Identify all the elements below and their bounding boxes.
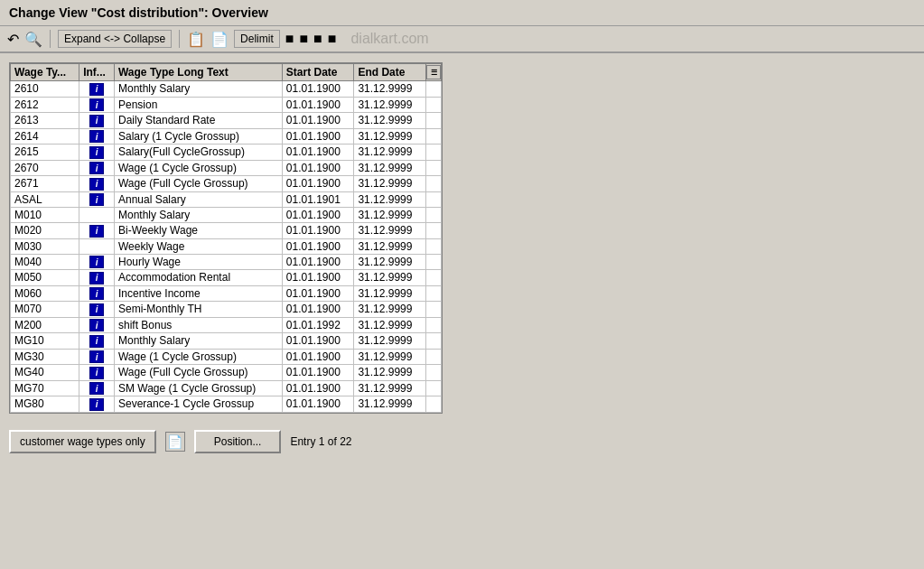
table-row[interactable]: 2612iPension01.01.190031.12.9999 xyxy=(11,97,442,113)
table-wrapper[interactable]: Wage Ty... Inf... Wage Type Long Text St… xyxy=(10,63,442,413)
cell-info[interactable]: i xyxy=(79,176,115,192)
cell-end-date: 31.12.9999 xyxy=(354,208,426,223)
cell-wage-type: M200 xyxy=(11,317,79,333)
info-icon[interactable]: i xyxy=(89,319,104,331)
cell-info[interactable]: i xyxy=(79,128,115,145)
table-row[interactable]: ASALiAnnual Salary01.01.190131.12.9999 xyxy=(11,191,442,208)
cell-info[interactable]: i xyxy=(79,97,115,113)
cell-info[interactable]: i xyxy=(79,81,115,98)
delimit-label: Delimit xyxy=(240,33,274,45)
info-icon[interactable]: i xyxy=(89,193,104,206)
copy-icon[interactable]: 📋 xyxy=(187,31,205,48)
info-icon[interactable]: i xyxy=(89,178,104,191)
position-label: Position... xyxy=(214,435,262,448)
select4-icon[interactable]: ■ xyxy=(328,31,337,47)
cell-end-date: 31.12.9999 xyxy=(354,238,426,254)
cell-end-date: 31.12.9999 xyxy=(354,81,426,98)
info-icon[interactable]: i xyxy=(89,115,104,127)
cell-info[interactable] xyxy=(79,208,115,223)
info-icon[interactable]: i xyxy=(89,130,104,143)
cell-start-date: 01.01.1900 xyxy=(282,81,354,98)
table-row[interactable]: M010Monthly Salary01.01.190031.12.9999 xyxy=(11,208,442,223)
table-row[interactable]: M060iIncentive Income01.01.190031.12.999… xyxy=(11,285,442,302)
info-icon[interactable]: i xyxy=(89,272,104,284)
cell-info[interactable]: i xyxy=(79,317,115,333)
info-icon[interactable]: i xyxy=(89,146,104,159)
table-row[interactable]: MG70iSM Wage (1 Cycle Grossup)01.01.1900… xyxy=(11,380,442,396)
cell-wage-type: 2614 xyxy=(11,128,79,145)
info-icon[interactable]: i xyxy=(89,225,104,238)
info-icon[interactable]: i xyxy=(89,398,104,411)
cell-info[interactable]: i xyxy=(79,333,115,350)
cell-empty xyxy=(426,128,442,145)
table-row[interactable]: M200ishift Bonus01.01.199231.12.9999 xyxy=(11,317,442,333)
paste-icon[interactable]: 📄 xyxy=(210,31,229,48)
table-row[interactable]: MG80iSeverance-1 Cycle Grossup01.01.1900… xyxy=(11,396,442,413)
cell-empty xyxy=(426,160,442,176)
select3-icon[interactable]: ■ xyxy=(313,31,322,47)
table-row[interactable]: 2614iSalary (1 Cycle Grossup)01.01.19003… xyxy=(11,128,442,145)
cell-info[interactable]: i xyxy=(79,160,115,176)
cell-end-date: 31.12.9999 xyxy=(354,128,426,145)
table-row[interactable]: MG10iMonthly Salary01.01.190031.12.9999 xyxy=(11,333,442,350)
undo-icon[interactable]: ↶ xyxy=(7,31,19,48)
table-row[interactable]: M030Weekly Wage01.01.190031.12.9999 xyxy=(11,238,442,254)
expand-collapse-button[interactable]: Expand <-> Collapse xyxy=(58,30,172,48)
cell-wage-type: MG10 xyxy=(11,333,79,350)
info-icon[interactable]: i xyxy=(89,382,104,395)
select1-icon[interactable]: ■ xyxy=(285,31,294,47)
table-row[interactable]: MG30iWage (1 Cycle Grossup)01.01.190031.… xyxy=(11,349,442,365)
cell-end-date: 31.12.9999 xyxy=(354,349,426,365)
cell-wage-type: M010 xyxy=(11,208,79,223)
delimit-button[interactable]: Delimit xyxy=(234,30,280,48)
cell-start-date: 01.01.1900 xyxy=(282,333,354,350)
table-row[interactable]: MG40iWage (Full Cycle Grossup)01.01.1900… xyxy=(11,365,442,381)
table-row[interactable]: M050iAccommodation Rental01.01.190031.12… xyxy=(11,270,442,286)
table-row[interactable]: 2615iSalary(Full CycleGrossup)01.01.1900… xyxy=(11,145,442,161)
info-icon[interactable]: i xyxy=(89,350,104,363)
cell-info[interactable]: i xyxy=(79,302,115,318)
table-row[interactable]: 2613iDaily Standard Rate01.01.190031.12.… xyxy=(11,113,442,129)
cell-info[interactable]: i xyxy=(79,380,115,396)
cell-long-text: Weekly Wage xyxy=(114,238,282,254)
cell-info[interactable] xyxy=(79,238,115,254)
find-icon[interactable]: 🔍 xyxy=(24,31,42,48)
cell-empty xyxy=(426,145,442,161)
cell-info[interactable]: i xyxy=(79,365,115,381)
table-row[interactable]: 2671iWage (Full Cycle Grossup)01.01.1900… xyxy=(11,176,442,192)
info-icon[interactable]: i xyxy=(89,162,104,174)
info-icon[interactable]: i xyxy=(89,256,104,268)
cell-info[interactable]: i xyxy=(79,349,115,365)
position-button[interactable]: Position... xyxy=(194,430,282,453)
table-row[interactable]: M020iBi-Weekly Wage01.01.190031.12.9999 xyxy=(11,223,442,239)
select2-icon[interactable]: ■ xyxy=(299,31,308,47)
cell-wage-type: 2615 xyxy=(11,145,79,161)
cell-info[interactable]: i xyxy=(79,113,115,129)
cell-empty xyxy=(426,349,442,365)
cell-start-date: 01.01.1900 xyxy=(282,223,354,239)
cell-wage-type: M070 xyxy=(11,302,79,318)
cell-empty xyxy=(426,302,442,318)
cell-info[interactable]: i xyxy=(79,223,115,239)
cell-end-date: 31.12.9999 xyxy=(354,113,426,129)
table-row[interactable]: M040iHourly Wage01.01.190031.12.9999 xyxy=(11,254,442,270)
cell-info[interactable]: i xyxy=(79,254,115,270)
info-icon[interactable]: i xyxy=(89,303,104,316)
table-row[interactable]: 2670iWage (1 Cycle Grossup)01.01.190031.… xyxy=(11,160,442,176)
cell-info[interactable]: i xyxy=(79,145,115,161)
table-row[interactable]: 2610iMonthly Salary01.01.190031.12.9999 xyxy=(11,81,442,98)
cell-info[interactable]: i xyxy=(79,270,115,286)
cell-info[interactable]: i xyxy=(79,191,115,208)
info-icon[interactable]: i xyxy=(89,367,104,379)
cell-info[interactable]: i xyxy=(79,396,115,413)
cell-wage-type: M060 xyxy=(11,285,79,302)
table-row[interactable]: M070iSemi-Monthly TH01.01.190031.12.9999 xyxy=(11,302,442,318)
info-icon[interactable]: i xyxy=(89,83,104,96)
cell-wage-type: ASAL xyxy=(11,191,79,208)
info-icon[interactable]: i xyxy=(89,335,104,348)
info-icon[interactable]: i xyxy=(89,98,104,111)
cell-info[interactable]: i xyxy=(79,285,115,302)
position-icon[interactable]: 📄 xyxy=(165,432,185,452)
customer-wage-types-button[interactable]: customer wage types only xyxy=(9,430,156,453)
info-icon[interactable]: i xyxy=(89,287,104,300)
